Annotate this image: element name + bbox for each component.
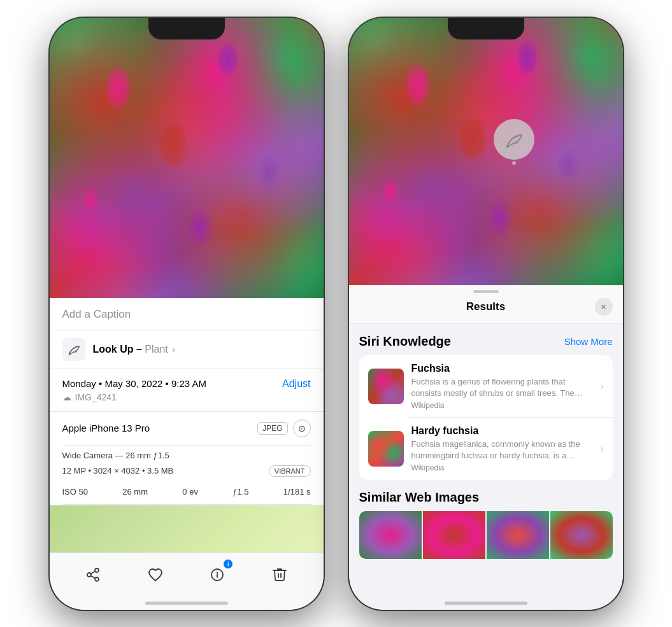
caption-area[interactable]: Add a Caption [50, 298, 324, 330]
vibrant-badge: VIBRANT [269, 465, 311, 477]
hardy-fuchsia-description: Fuchsia magellanica, commonly known as t… [411, 439, 590, 461]
knowledge-card: Fuchsia Fuchsia is a genus of flowering … [359, 355, 613, 481]
photo-area-left[interactable] [50, 18, 324, 298]
results-panel: Results × Siri Knowledge Show More [349, 285, 623, 610]
iso-value: ISO 50 [62, 487, 88, 497]
hardy-fuchsia-text: Hardy fuchsia Fuchsia magellanica, commo… [411, 425, 590, 472]
home-indicator-right [445, 602, 527, 605]
notch-right [448, 18, 524, 39]
siri-knowledge-title: Siri Knowledge [359, 334, 451, 349]
similar-image-2[interactable] [423, 511, 485, 559]
fuchsia-text: Fuchsia Fuchsia is a genus of flowering … [411, 363, 590, 410]
info-badge: i [224, 560, 232, 568]
home-indicator [145, 602, 228, 605]
fuchsia-description: Fuchsia is a genus of flowering plants t… [411, 376, 590, 399]
cloud-icon: ☁ [62, 392, 71, 402]
meta-date: Monday • May 30, 2022 • 9:23 AM [62, 378, 206, 389]
info-area-left: Add a Caption Look Up – Plant › [50, 298, 324, 569]
hardy-thumb-img [368, 431, 404, 467]
ev-value: 0 ev [182, 487, 198, 497]
notch [148, 18, 225, 39]
hardy-fuchsia-name: Hardy fuchsia [411, 425, 590, 437]
siri-leaf-icon [504, 129, 524, 150]
knowledge-item-fuchsia[interactable]: Fuchsia Fuchsia is a genus of flowering … [359, 355, 613, 418]
results-title: Results [377, 300, 595, 313]
similar-image-3[interactable] [487, 511, 549, 559]
lookup-text: Look Up – Plant › [93, 344, 175, 355]
photo-area-right [349, 18, 623, 285]
close-button[interactable]: × [595, 298, 613, 316]
fuchsia-chevron-icon: › [600, 381, 603, 392]
leaf-icon [67, 342, 81, 356]
share-icon [85, 567, 101, 582]
camera-badges: JPEG ⊙ [257, 419, 310, 437]
results-content: Siri Knowledge Show More Fuchsia Fuchsia… [349, 324, 623, 566]
lookup-row[interactable]: Look Up – Plant › [50, 330, 324, 369]
filename: IMG_4241 [75, 392, 117, 402]
jpeg-badge: JPEG [257, 422, 287, 435]
camera-mp-row: 12 MP • 3024 × 4032 • 3.5 MB VIBRANT [62, 463, 311, 482]
settings-icon[interactable]: ⊙ [293, 419, 311, 437]
caption-placeholder: Add a Caption [62, 308, 131, 320]
similar-image-1[interactable] [359, 511, 422, 559]
hardy-fuchsia-thumbnail [368, 431, 404, 467]
camera-info-section: Apple iPhone 13 Pro JPEG ⊙ Wide Camera —… [50, 412, 324, 505]
info-icon [210, 567, 225, 582]
left-phone-screen: Add a Caption Look Up – Plant › [50, 18, 324, 610]
knowledge-item-hardy-fuchsia[interactable]: Hardy fuchsia Fuchsia magellanica, commo… [359, 418, 613, 480]
info-button[interactable]: i [203, 561, 231, 589]
meta-section: Monday • May 30, 2022 • 9:23 AM Adjust ☁… [50, 369, 324, 412]
drag-handle[interactable] [473, 290, 499, 293]
focal-value: 26 mm [122, 487, 148, 497]
meta-date-row: Monday • May 30, 2022 • 9:23 AM Adjust [62, 378, 311, 390]
shutter-value: 1/181 s [283, 487, 311, 497]
lookup-chevron: › [172, 344, 175, 355]
wide-camera-label: Wide Camera — 26 mm ƒ1.5 [62, 446, 311, 463]
similar-web-images-section: Similar Web Images [359, 480, 613, 565]
heart-icon [148, 567, 163, 582]
trash-icon [273, 567, 287, 582]
exif-row: ISO 50 26 mm 0 ev ƒ1.5 1/181 s [62, 482, 311, 505]
fuchsia-name: Fuchsia [411, 363, 590, 374]
fuchsia-thumb-img [368, 369, 404, 404]
adjust-button[interactable]: Adjust [282, 378, 310, 390]
delete-button[interactable] [266, 561, 294, 589]
similar-web-images-title: Similar Web Images [359, 490, 613, 505]
share-button[interactable] [79, 561, 107, 589]
similar-images-grid [359, 511, 613, 559]
camera-name: Apple iPhone 13 Pro [62, 423, 150, 433]
megapixels-label: 12 MP • 3024 × 4032 • 3.5 MB [62, 466, 174, 476]
similar-image-4[interactable] [550, 511, 613, 559]
right-phone: Results × Siri Knowledge Show More [349, 18, 623, 610]
show-more-button[interactable]: Show More [564, 336, 613, 347]
fuchsia-source: Wikipedia [411, 401, 590, 410]
favorite-button[interactable] [141, 561, 169, 589]
right-phone-screen: Results × Siri Knowledge Show More [349, 18, 623, 610]
flower-photo-right [349, 18, 623, 285]
camera-row: Apple iPhone 13 Pro JPEG ⊙ [62, 412, 311, 446]
flower-photo-left [50, 18, 324, 298]
left-phone: Add a Caption Look Up – Plant › [50, 18, 324, 610]
meta-filename-row: ☁ IMG_4241 [62, 392, 311, 402]
siri-knowledge-header: Siri Knowledge Show More [359, 324, 613, 355]
aperture-value: ƒ1.5 [232, 487, 248, 497]
hardy-fuchsia-chevron-icon: › [600, 443, 603, 454]
hardy-fuchsia-source: Wikipedia [411, 463, 590, 472]
fuchsia-thumbnail [368, 369, 404, 404]
lookup-icon [62, 338, 85, 361]
